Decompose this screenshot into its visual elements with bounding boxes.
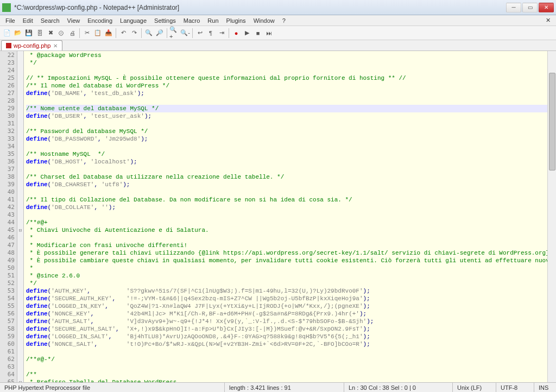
menu-macro[interactable]: Macro [180,16,204,25]
status-length: length : 3.421 lines : 91 [225,383,344,392]
playmulti-icon[interactable]: ⏭ [264,28,274,38]
code-area[interactable]: * @package WordPress */ // ** Impostazio… [24,51,547,382]
close-button[interactable]: ✕ [539,3,554,12]
save-icon[interactable]: 💾 [24,28,34,38]
php-icon [6,43,11,48]
menu-edit[interactable]: Edit [20,16,36,25]
stop-icon[interactable]: ■ [253,28,263,38]
tab-close-icon[interactable]: ✕ [53,43,58,49]
redo-icon[interactable]: ↷ [129,28,139,38]
line-gutter: 2223242526272829303132333435363738394041… [0,51,17,382]
window-title: *C:\wordpress\wp-config.php - Notepad++ … [14,4,506,11]
maximize-button[interactable]: ▭ [522,3,538,12]
undo-icon[interactable]: ↶ [118,28,128,38]
play-icon[interactable]: ▶ [242,28,252,38]
new-icon[interactable]: 📄 [2,28,12,38]
app-icon [2,3,11,12]
tab-wpconfig[interactable]: wp-config.php ✕ [1,40,62,50]
zoomout-icon[interactable]: 🔍- [180,28,190,38]
close-file-icon[interactable]: ✖ [46,28,55,38]
minimize-button[interactable]: ─ [506,3,521,12]
showall-icon[interactable]: ¶ [206,28,216,38]
menu-plugins[interactable]: Plugins [223,16,249,25]
tab-label: wp-config.php [14,42,51,49]
status-eol[interactable]: Unix (LF) [453,383,496,392]
editor[interactable]: 2223242526272829303132333435363738394041… [0,51,556,382]
find-icon[interactable]: 🔍 [144,28,154,38]
wrap-icon[interactable]: ↩ [195,28,205,38]
vertical-scrollbar[interactable] [547,51,556,382]
menu-language[interactable]: Language [117,16,150,25]
mdi-close-icon[interactable]: ✕ [542,16,554,25]
indent-icon[interactable]: ⇥ [217,28,226,38]
paste-icon[interactable]: 📥 [104,28,113,38]
cut-icon[interactable]: ✂ [82,28,92,38]
menu-encoding[interactable]: Encoding [84,16,116,25]
menu-run[interactable]: Run [204,16,222,25]
status-filetype: PHP Hypertext Preprocessor file [0,383,225,392]
copy-icon[interactable]: 📋 [93,28,103,38]
menu-?[interactable]: ? [279,16,289,25]
print-icon[interactable]: 🖨 [67,28,77,38]
scrollbar-thumb[interactable] [549,73,555,170]
replace-icon[interactable]: 🔎 [155,28,165,38]
titlebar: *C:\wordpress\wp-config.php - Notepad++ … [0,0,556,15]
menu-view[interactable]: View [64,16,84,25]
menu-settings[interactable]: Settings [151,16,179,25]
menu-file[interactable]: File [2,16,18,25]
window-buttons: ─ ▭ ✕ [506,3,554,12]
status-position: Ln : 30 Col : 38 Sel : 0 | 0 [344,383,453,392]
status-encoding[interactable]: UTF-8 [496,383,534,392]
status-mode[interactable]: INS [534,383,556,392]
zoomin-icon[interactable]: 🔍+ [169,28,179,38]
statusbar: PHP Hypertext Preprocessor file length :… [0,382,556,392]
saveall-icon[interactable]: 🗄 [35,28,45,38]
toolbar: 📄 📂 💾 🗄 ✖ ⛒ 🖨 ✂ 📋 📥 ↶ ↷ 🔍 🔎 🔍+ 🔍- ↩ ¶ ⇥ … [0,26,556,40]
tabbar: wp-config.php ✕ [0,40,556,51]
open-icon[interactable]: 📂 [13,28,23,38]
fold-gutter[interactable]: ⊟⊟⊟ [17,51,24,382]
menu-window[interactable]: Window [250,16,278,25]
menubar: FileEditSearchViewEncodingLanguageSettin… [0,15,556,26]
closeall-icon[interactable]: ⛒ [56,28,66,38]
menu-search[interactable]: Search [37,16,63,25]
record-icon[interactable]: ● [231,28,241,38]
